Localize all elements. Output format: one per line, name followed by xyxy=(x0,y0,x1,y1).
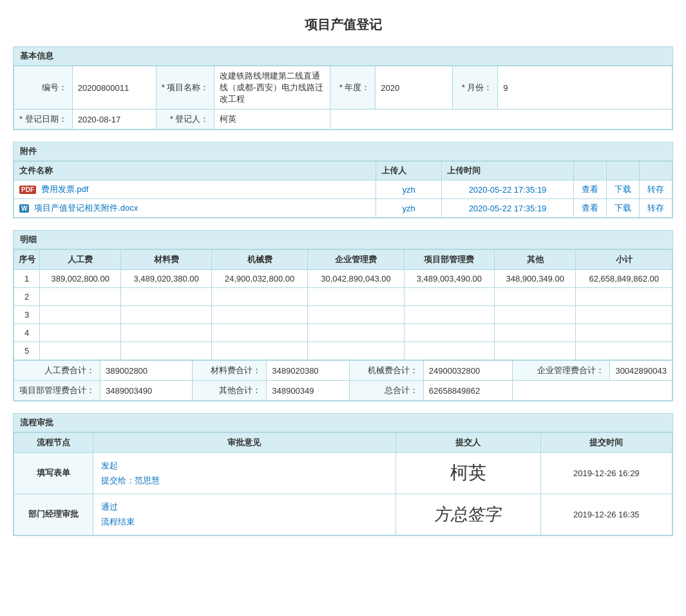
word-icon: W xyxy=(19,204,29,213)
page-title: 项目产值登记 xyxy=(13,16,673,34)
enterprise-mgmt-cell: 30,042,890,043.00 xyxy=(308,270,404,288)
upload-time-cell: 2020-05-22 17:35:19 xyxy=(442,180,573,199)
basic-info-section: 基本信息 编号： 20200800011 * 项目名称： 改建铁路线增建第二线直… xyxy=(13,46,673,130)
summary-row1: 人工费合计： 389002800 材料费合计： 3489020380 机械费合计… xyxy=(14,361,672,381)
opinion-cell: 发起 提交给：范思慧 xyxy=(93,453,395,494)
col-view xyxy=(573,162,606,180)
other-cell xyxy=(494,324,575,342)
transfer-link[interactable]: 转存 xyxy=(639,180,672,199)
download-link[interactable]: 下载 xyxy=(606,199,639,218)
seq-cell: 3 xyxy=(14,306,40,324)
download-link[interactable]: 下载 xyxy=(606,180,639,199)
col-submit-time: 提交时间 xyxy=(540,433,672,453)
machinery-total-label: 机械费合计： xyxy=(349,361,423,381)
opinion-cell: 通过 流程结束 xyxy=(93,494,395,535)
workflow-row: 部门经理审批 通过 流程结束 方总签字 2019-12-26 16:35 xyxy=(14,494,672,535)
submitter-cell: 柯英 xyxy=(395,453,540,494)
time-cell: 2019-12-26 16:35 xyxy=(540,494,672,535)
summary-table: 人工费合计： 389002800 材料费合计： 3489020380 机械费合计… xyxy=(14,360,672,401)
col-material: 材料费 xyxy=(121,250,211,270)
opinion-line1[interactable]: 通过 xyxy=(101,502,118,512)
uploader-cell: yzh xyxy=(376,180,442,199)
time-cell: 2019-12-26 16:29 xyxy=(540,453,672,494)
other-cell xyxy=(494,342,575,360)
other-cell xyxy=(494,288,575,306)
project-mgmt-cell xyxy=(404,324,494,342)
material-cell xyxy=(121,288,211,306)
col-uploader: 上传人 xyxy=(376,162,442,180)
col-other: 其他 xyxy=(494,250,575,270)
reg-date-label: * 登记日期： xyxy=(14,110,73,130)
grand-total-label: 总合计： xyxy=(349,381,423,401)
month-value: 9 xyxy=(498,66,672,110)
material-cell: 3,489,020,380.00 xyxy=(121,270,211,288)
project-mgmt-cell xyxy=(404,342,494,360)
other-total-value: 348900349 xyxy=(267,381,349,401)
machinery-cell: 24,900,032,800.00 xyxy=(211,270,307,288)
detail-row: 2 xyxy=(14,288,672,306)
col-labor: 人工费 xyxy=(40,250,121,270)
opinion-line2[interactable]: 提交给：范思慧 xyxy=(101,476,160,485)
material-cell xyxy=(121,306,211,324)
machinery-cell xyxy=(211,306,307,324)
col-filename: 文件名称 xyxy=(14,162,376,180)
summary-row2: 项目部管理费合计： 3489003490 其他合计： 348900349 总合计… xyxy=(14,381,672,401)
workflow-header-row: 流程节点 审批意见 提交人 提交时间 xyxy=(14,433,672,453)
empty-cell xyxy=(330,110,672,130)
upload-time-cell: 2020-05-22 17:35:19 xyxy=(442,199,573,218)
detail-row: 4 xyxy=(14,324,672,342)
labor-cell xyxy=(40,324,121,342)
labor-total-label: 人工费合计： xyxy=(14,361,100,381)
material-total-value: 3489020380 xyxy=(267,361,349,381)
subtotal-cell: 62,658,849,862.00 xyxy=(576,270,672,288)
attachment-header-row: 文件名称 上传人 上传时间 xyxy=(14,162,672,180)
detail-header-row: 序号 人工费 材料费 机械费 企业管理费 项目部管理费 其他 小计 xyxy=(14,250,672,270)
detail-row: 1 389,002,800.00 3,489,020,380.00 24,900… xyxy=(14,270,672,288)
labor-cell xyxy=(40,306,121,324)
project-mgmt-cell xyxy=(404,288,494,306)
file-name-cell: W 项目产值登记相关附件.docx xyxy=(14,199,376,218)
workflow-section: 流程审批 流程节点 审批意见 提交人 提交时间 填写表单 发起 提交给：范思慧 … xyxy=(13,413,673,536)
pdf-icon: PDF xyxy=(19,186,36,194)
year-value: 2020 xyxy=(376,66,453,110)
opinion-line2[interactable]: 流程结束 xyxy=(101,517,135,526)
labor-total-value: 389002800 xyxy=(100,361,193,381)
material-cell xyxy=(121,342,211,360)
workflow-header: 流程审批 xyxy=(14,414,672,432)
file-link[interactable]: 项目产值登记相关附件.docx xyxy=(34,203,138,213)
basic-info-header: 基本信息 xyxy=(14,47,672,66)
attachment-row: W 项目产值登记相关附件.docx yzh 2020-05-22 17:35:1… xyxy=(14,199,672,218)
reg-date-value: 2020-08-17 xyxy=(72,110,156,130)
project-name-label: * 项目名称： xyxy=(156,66,214,110)
opinion-line1[interactable]: 发起 xyxy=(101,461,118,470)
view-link[interactable]: 查看 xyxy=(573,180,606,199)
grand-total-value: 62658849862 xyxy=(423,381,512,401)
enterprise-mgmt-cell xyxy=(308,342,404,360)
transfer-link[interactable]: 转存 xyxy=(639,199,672,218)
col-opinion: 审批意见 xyxy=(93,433,395,453)
project-mgmt-total-value: 3489003490 xyxy=(100,381,193,401)
machinery-cell xyxy=(211,342,307,360)
uploader-cell: yzh xyxy=(376,199,442,218)
material-total-label: 材料费合计： xyxy=(193,361,267,381)
id-label: 编号： xyxy=(14,66,73,110)
col-submitter: 提交人 xyxy=(395,433,540,453)
attachment-header: 附件 xyxy=(14,142,672,161)
view-link[interactable]: 查看 xyxy=(573,199,606,218)
col-transfer xyxy=(639,162,672,180)
col-subtotal: 小计 xyxy=(576,250,672,270)
node-cell: 部门经理审批 xyxy=(14,494,93,535)
enterprise-mgmt-cell xyxy=(308,306,404,324)
subtotal-cell xyxy=(576,342,672,360)
workflow-row: 填写表单 发起 提交给：范思慧 柯英 2019-12-26 16:29 xyxy=(14,453,672,494)
seq-cell: 2 xyxy=(14,288,40,306)
attachment-table: 文件名称 上传人 上传时间 PDF 费用发票.pdf yzh 2020-05-2… xyxy=(14,161,672,218)
labor-cell: 389,002,800.00 xyxy=(40,270,121,288)
project-mgmt-cell: 3,489,003,490.00 xyxy=(404,270,494,288)
file-link[interactable]: 费用发票.pdf xyxy=(41,184,89,194)
project-name-value: 改建铁路线增建第二线直通线（成都-西安）电力线路迁改工程 xyxy=(214,66,330,110)
registrar-label: * 登记人： xyxy=(156,110,214,130)
empty-sum xyxy=(512,381,672,401)
col-upload-time: 上传时间 xyxy=(442,162,573,180)
submitter-cell: 方总签字 xyxy=(395,494,540,535)
